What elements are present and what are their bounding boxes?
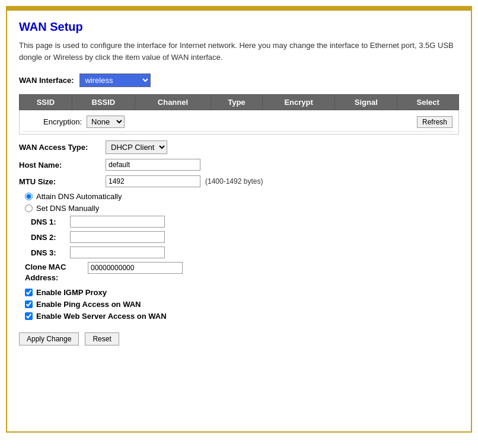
ping-access-row: Enable Ping Access on WAN — [25, 300, 459, 309]
clone-mac-row: Clone MAC Address: — [25, 262, 459, 283]
dns-auto-label: Attain DNS Automatically — [36, 192, 122, 201]
mtu-note: (1400-1492 bytes) — [205, 177, 263, 185]
enc-refresh-row: Encryption: None WEP WPA WPA2 Refresh — [23, 113, 455, 132]
dns2-row: DNS 2: — [31, 231, 459, 243]
igmp-proxy-row: Enable IGMP Proxy — [25, 288, 459, 297]
dns2-input[interactable] — [70, 231, 165, 243]
dns2-label: DNS 2: — [31, 233, 66, 242]
dns1-input[interactable] — [70, 216, 165, 228]
wan-interface-row: WAN Interface: wireless Ethernet 3.5G US… — [19, 73, 459, 87]
encryption-select[interactable]: None WEP WPA WPA2 — [87, 116, 125, 128]
dns3-label: DNS 3: — [31, 248, 66, 257]
form-section: WAN Access Type: DHCP Client Static IP P… — [19, 140, 459, 345]
mtu-size-label: MTU Size: — [19, 177, 102, 186]
mtu-size-row: MTU Size: (1400-1492 bytes) — [19, 175, 459, 187]
clone-mac-label: Clone MAC Address: — [25, 262, 84, 283]
dns-auto-row: Attain DNS Automatically — [25, 192, 459, 201]
col-ssid: SSID — [20, 95, 72, 110]
refresh-button[interactable]: Refresh — [417, 116, 452, 128]
clone-mac-input[interactable] — [88, 262, 183, 274]
igmp-proxy-checkbox[interactable] — [25, 289, 33, 296]
dns-manual-label: Set DNS Manually — [36, 204, 99, 213]
igmp-proxy-label: Enable IGMP Proxy — [36, 288, 107, 297]
col-bssid: BSSID — [72, 95, 135, 110]
dns-manual-radio[interactable] — [25, 204, 33, 212]
webserver-access-label: Enable Web Server Access on WAN — [36, 312, 167, 321]
wan-interface-select[interactable]: wireless Ethernet 3.5G USB — [79, 73, 151, 87]
dns-manual-row: Set DNS Manually — [25, 204, 459, 213]
apply-button[interactable]: Apply Change — [19, 332, 79, 345]
button-row: Apply Change Reset — [19, 332, 459, 345]
wan-access-type-label: WAN Access Type: — [19, 143, 102, 152]
col-select: Select — [397, 95, 459, 110]
mtu-size-input[interactable] — [106, 175, 200, 187]
col-encrypt: Encrypt — [262, 95, 335, 110]
dns1-label: DNS 1: — [31, 217, 66, 226]
webserver-access-checkbox[interactable] — [25, 312, 33, 320]
dns3-row: DNS 3: — [31, 247, 459, 258]
col-signal: Signal — [335, 95, 397, 110]
ping-access-label: Enable Ping Access on WAN — [36, 300, 141, 309]
host-name-label: Host Name: — [19, 161, 102, 169]
page-title: WAN Setup — [19, 20, 459, 34]
encryption-label: Encryption: — [26, 117, 82, 126]
host-name-row: Host Name: — [19, 159, 459, 171]
wifi-table: SSID BSSID Channel Type Encrypt Signal S… — [19, 94, 459, 135]
wan-access-type-row: WAN Access Type: DHCP Client Static IP P… — [19, 140, 459, 154]
encryption-control-row: Encryption: None WEP WPA WPA2 Refresh — [20, 110, 459, 135]
webserver-access-row: Enable Web Server Access on WAN — [25, 312, 459, 321]
col-type: Type — [211, 95, 262, 110]
wan-interface-label: WAN Interface: — [19, 76, 74, 85]
page-description: This page is used to configure the inter… — [19, 40, 459, 63]
dns-auto-radio[interactable] — [25, 193, 33, 200]
col-channel: Channel — [135, 95, 211, 110]
reset-button[interactable]: Reset — [85, 332, 119, 345]
ping-access-checkbox[interactable] — [25, 300, 33, 308]
dns1-row: DNS 1: — [31, 216, 459, 228]
wan-access-type-select[interactable]: DHCP Client Static IP PPPoE — [106, 140, 167, 154]
dns3-input[interactable] — [70, 247, 165, 258]
host-name-input[interactable] — [106, 159, 200, 171]
